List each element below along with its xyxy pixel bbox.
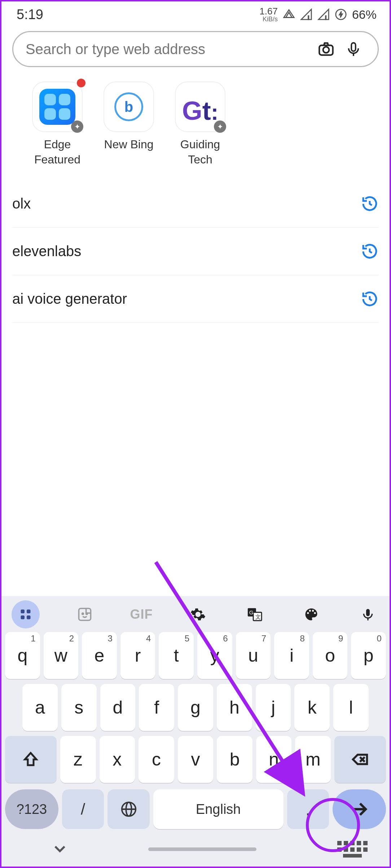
pin-icon: ✦ [71, 120, 83, 133]
shortcut-label: New Bing [104, 137, 154, 152]
shortcut-guiding-tech[interactable]: Gt: ✦ Guiding Tech [170, 82, 231, 167]
collapse-keyboard-icon[interactable] [52, 841, 68, 858]
key-p[interactable]: 0p [351, 632, 386, 679]
gesture-handle[interactable] [148, 847, 256, 851]
edge-featured-icon: ✦ [32, 82, 83, 132]
on-screen-keyboard: GIF G文 1q2w3e4r5t6y7u8i9o0p asdfghjkl zx… [1, 596, 390, 867]
svg-point-4 [323, 47, 329, 53]
shortcut-label: Edge Featured [34, 137, 80, 167]
period-key[interactable]: . [287, 789, 329, 829]
key-u[interactable]: 7u [236, 632, 271, 679]
key-s[interactable]: s [61, 684, 97, 731]
history-icon[interactable] [361, 195, 379, 213]
network-speed: 1.67 KiB/s [259, 6, 278, 22]
shortcut-new-bing[interactable]: b New Bing [98, 82, 159, 167]
svg-text:G: G [249, 609, 254, 615]
svg-rect-9 [21, 615, 25, 619]
notification-dot-icon [77, 79, 85, 87]
keyboard-switcher-icon[interactable] [337, 838, 368, 860]
bing-icon: b [104, 82, 154, 132]
status-bar: 5:19 1.67 KiB/s ! ! 66% [1, 1, 390, 25]
nav-bar [1, 836, 390, 867]
key-o[interactable]: 9o [313, 632, 348, 679]
key-i[interactable]: 8i [274, 632, 309, 679]
guiding-tech-icon: Gt: ✦ [175, 82, 225, 132]
svg-point-18 [307, 612, 309, 614]
signal-icon-1: ! [300, 8, 312, 21]
mic-icon[interactable] [343, 39, 364, 60]
keyboard-rows: 1q2w3e4r5t6y7u8i9o0p asdfghjkl zxcvbnm [1, 632, 390, 789]
svg-point-21 [314, 612, 316, 614]
shortcut-edge-featured[interactable]: ✦ Edge Featured [27, 82, 88, 167]
key-k[interactable]: k [294, 684, 330, 731]
svg-rect-7 [21, 610, 25, 614]
enter-key[interactable] [333, 789, 386, 829]
signal-icon-2: ! [317, 8, 330, 21]
key-j[interactable]: j [256, 684, 291, 731]
svg-text:文: 文 [255, 614, 261, 620]
svg-text:!: ! [308, 15, 309, 21]
key-x[interactable]: x [100, 736, 135, 783]
battery-saver-icon [335, 8, 347, 21]
keyboard-toolbar: GIF G文 [1, 600, 390, 632]
search-history: olx elevenlabs ai voice generator [12, 180, 379, 323]
key-q[interactable]: 1q [5, 632, 40, 679]
key-m[interactable]: m [295, 736, 331, 783]
keyboard-menu-icon[interactable] [12, 600, 40, 628]
svg-rect-8 [27, 610, 31, 614]
svg-rect-5 [351, 43, 356, 51]
settings-icon[interactable] [186, 603, 210, 626]
spacebar-key[interactable]: English [153, 789, 284, 829]
history-icon[interactable] [361, 242, 379, 260]
key-d[interactable]: d [100, 684, 136, 731]
key-c[interactable]: c [139, 736, 174, 783]
shortcut-grid: ✦ Edge Featured b New Bing Gt: ✦ Guiding… [1, 74, 390, 171]
status-right: 1.67 KiB/s ! ! 66% [259, 6, 377, 22]
svg-point-19 [309, 610, 311, 611]
key-e[interactable]: 3e [82, 632, 117, 679]
svg-point-13 [86, 613, 88, 614]
shortcut-label: Guiding Tech [180, 137, 220, 167]
theme-icon[interactable] [300, 603, 323, 626]
key-n[interactable]: n [256, 736, 292, 783]
language-key[interactable] [107, 789, 149, 829]
history-text: olx [12, 196, 31, 212]
key-b[interactable]: b [217, 736, 252, 783]
translate-icon[interactable]: G文 [243, 603, 266, 626]
history-item[interactable]: elevenlabs [12, 228, 379, 275]
address-bar[interactable] [12, 31, 379, 67]
svg-rect-11 [79, 609, 91, 621]
battery-percent: 66% [352, 8, 377, 22]
key-z[interactable]: z [60, 736, 96, 783]
voice-input-icon[interactable] [356, 603, 379, 626]
camera-icon[interactable] [316, 39, 337, 60]
history-item[interactable]: ai voice generator [12, 275, 379, 323]
key-h[interactable]: h [217, 684, 252, 731]
key-w[interactable]: 2w [44, 632, 79, 679]
pin-icon: ✦ [214, 120, 226, 133]
history-text: ai voice generator [12, 291, 127, 307]
history-item[interactable]: olx [12, 180, 379, 228]
svg-rect-22 [366, 609, 370, 616]
history-icon[interactable] [361, 290, 379, 308]
key-t[interactable]: 5t [159, 632, 194, 679]
search-input[interactable] [26, 41, 309, 57]
keyboard-row-2: asdfghjkl [5, 684, 386, 731]
key-f[interactable]: f [139, 684, 174, 731]
key-l[interactable]: l [333, 684, 369, 731]
keyboard-row-1: 1q2w3e4r5t6y7u8i9o0p [5, 632, 386, 679]
symbols-key[interactable]: ?123 [5, 789, 58, 829]
backspace-key[interactable] [334, 736, 386, 783]
svg-point-20 [312, 610, 314, 611]
svg-text:!: ! [325, 15, 326, 21]
key-y[interactable]: 6y [197, 632, 232, 679]
gif-icon[interactable]: GIF [130, 603, 153, 626]
key-v[interactable]: v [178, 736, 214, 783]
keyboard-bottom-row: ?123 / English . [1, 789, 390, 836]
key-g[interactable]: g [178, 684, 213, 731]
key-r[interactable]: 4r [120, 632, 155, 679]
sticker-icon[interactable] [73, 603, 96, 626]
slash-key[interactable]: / [62, 789, 104, 829]
key-a[interactable]: a [22, 684, 58, 731]
shift-key[interactable] [5, 736, 57, 783]
